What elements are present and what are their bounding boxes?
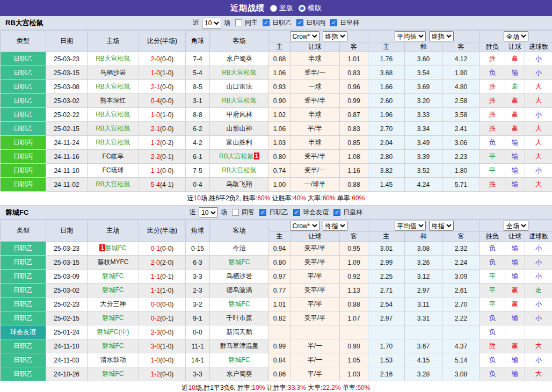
handicap-cell: 受平/半 (290, 94, 340, 108)
away-team-link[interactable]: RB大宫松鼠1 (219, 153, 259, 160)
avg-company-select[interactable]: 平均值 (395, 31, 426, 41)
home-team-link[interactable]: FC琉球 (103, 166, 124, 174)
league-checkbox-1[interactable] (296, 19, 303, 26)
radio-vertical-label: 竖版 (279, 3, 293, 13)
summary-stat-value: 60% (323, 194, 336, 202)
avg-away-cell: 2.24 (442, 256, 480, 270)
home-team-link[interactable]: RB大宫松鼠 (96, 111, 130, 118)
home-team-link[interactable]: RB大宫松鼠 (96, 55, 130, 62)
league-checkbox-1[interactable] (293, 209, 300, 216)
result-wdl-cell: 负 (480, 311, 505, 325)
score-cell: 2-0(0-0) (139, 52, 186, 66)
league-label-1: 日职丙 (306, 18, 325, 27)
league-checkbox-0[interactable] (259, 209, 266, 216)
radio-horizontal-layout[interactable]: 横版 (299, 3, 322, 13)
avg-company-select[interactable]: 平均值 (395, 221, 426, 231)
league-type-cell: 日职乙 (1, 242, 46, 256)
away-team-link[interactable]: 磐城FC (229, 258, 250, 266)
away-team-link[interactable]: 鸟栖沙岩 (227, 272, 252, 280)
same-venue-checkbox[interactable] (232, 209, 239, 216)
home-team-link[interactable]: RB大宫松鼠 (96, 83, 130, 90)
home-team-link[interactable]: 磐城FC (103, 314, 124, 322)
halftime-score: (0-0) (160, 83, 173, 91)
result-wdl-cell: 胜 (480, 80, 505, 94)
radio-vertical-layout[interactable]: 竖版 (270, 3, 293, 13)
away-team-link[interactable]: 磐城FC (229, 356, 250, 364)
halftime-score: (1-0) (160, 111, 173, 119)
odds-away-cell: 1.08 (340, 150, 368, 164)
odds-time-select[interactable]: 终指 (323, 221, 347, 231)
home-team-cell: RB大宫松鼠 (88, 52, 139, 66)
away-team-link[interactable]: 新泻天鹅 (227, 328, 252, 336)
home-team-link[interactable]: 磐城FC (103, 272, 124, 280)
result-goals-cell: 大 (525, 122, 552, 136)
league-checkbox-2[interactable] (330, 19, 337, 26)
avg-time-select[interactable]: 终指 (429, 31, 454, 41)
avg-time-select[interactable]: 终指 (429, 221, 454, 231)
away-team-link[interactable]: RB大宫松鼠 (222, 69, 257, 76)
date-cell: 25-02-15 (46, 122, 88, 136)
league-checkbox-0[interactable] (263, 19, 270, 26)
away-team-link[interactable]: 水户蜀葵 (227, 370, 252, 378)
match-count-select[interactable]: 10 (199, 207, 218, 218)
result-goals-cell: 小 (525, 311, 552, 325)
home-team-link[interactable]: RB大宫松鼠 (96, 180, 130, 188)
date-cell: 25-03-02 (46, 284, 88, 297)
home-team-link[interactable]: 大分三神 (100, 300, 126, 308)
home-team-link[interactable]: 清水鼓动 (100, 356, 126, 364)
halftime-score: (0-1) (160, 153, 173, 161)
league-type-cell: 日职乙 (1, 66, 46, 80)
full-match-select[interactable]: 全场 (504, 221, 528, 231)
result-wdl-cell: 平 (480, 164, 505, 178)
avg-source-header: 平均值终指 (368, 220, 480, 232)
odds-time-select[interactable]: 终指 (323, 31, 347, 41)
away-team-link[interactable]: 千叶市原 (227, 314, 252, 322)
home-team-link[interactable]: RB大宫松鼠 (96, 139, 130, 146)
away-team-link[interactable]: 山口雷法 (227, 83, 252, 90)
odds-company-select[interactable]: Crow* (290, 221, 319, 231)
away-team-link[interactable]: 群马草津温泉 (220, 342, 259, 350)
away-team-link[interactable]: 鸟取飞翔 (227, 180, 252, 188)
halftime-score: (0-0) (160, 371, 173, 378)
avg-draw-cell: 3.11 (405, 297, 442, 311)
same-venue-checkbox[interactable] (235, 19, 242, 26)
away-team-link[interactable]: 德岛漩涡 (227, 286, 252, 294)
home-team-link[interactable]: FC岐阜 (103, 153, 124, 160)
match-count-select[interactable]: 10 (202, 18, 221, 28)
fulltime-score: 1-2 (151, 139, 160, 147)
odds-source-header: Crow*终指 (269, 220, 368, 232)
home-team-link[interactable]: 磐城FC (103, 370, 124, 378)
away-team-link[interactable]: 富山胜利 (227, 139, 252, 146)
home-team-link[interactable]: 藤枝MYFC (98, 258, 129, 266)
home-team-link[interactable]: 磐城FC (103, 286, 124, 294)
away-team-link[interactable]: 甲府风林 (227, 111, 252, 118)
home-team-link[interactable]: 磐城FC (103, 342, 124, 350)
home-team-link[interactable]: 鸟栖沙岩 (100, 69, 126, 76)
away-team-link[interactable]: RB大宫松鼠 (222, 166, 257, 174)
away-team-link[interactable]: 水户蜀葵 (227, 55, 252, 62)
home-team-link[interactable]: 熊本深红 (100, 97, 126, 104)
league-type-cell: 日职丙 (1, 164, 46, 178)
home-team-link[interactable]: RB大宫松鼠 (96, 125, 130, 132)
summary-stat-value: 40% (293, 194, 306, 202)
match-row: 日职丙24-11-10FC琉球1-1(0-0)7-5RB大宫松鼠0.74受半/一… (1, 164, 552, 178)
home-team-link[interactable]: 磐城FC(中) (97, 328, 129, 336)
full-match-select[interactable]: 全场 (504, 31, 528, 41)
result-wdl-cell: 胜 (480, 52, 505, 66)
result-handicap-cell: 输 (505, 256, 525, 270)
near-label: 近 (193, 18, 199, 27)
odds-company-select[interactable]: Crow* (290, 31, 319, 41)
away-team-link[interactable]: RB大宫松鼠 (222, 97, 257, 104)
avg-home-cell: 2.25 (368, 270, 405, 284)
header-select-row: 类型日期主场比分(半场)角球客场Crow*终指平均值终指全场 (1, 220, 552, 232)
home-team-link[interactable]: 1磐城FC (99, 244, 126, 252)
match-row: 日职乙25-03-08RB大宫松鼠2-1(0-0)8-5山口雷法0.93一球0.… (1, 80, 552, 94)
away-team-link[interactable]: 今治 (233, 244, 246, 252)
score-cell: 0-4(0-0) (139, 94, 186, 108)
score-cell: 1-0(1-0) (139, 66, 186, 80)
summary-text: 让胜率: (270, 194, 293, 202)
league-checkbox-2[interactable] (333, 209, 340, 216)
team-section: 磐城FC近10场同客日职乙球会友谊日皇杯类型日期主场比分(半场)角球客场Crow… (0, 206, 552, 392)
away-team-link[interactable]: 山形山神 (227, 125, 252, 132)
away-team-link[interactable]: 磐城FC (229, 300, 250, 308)
